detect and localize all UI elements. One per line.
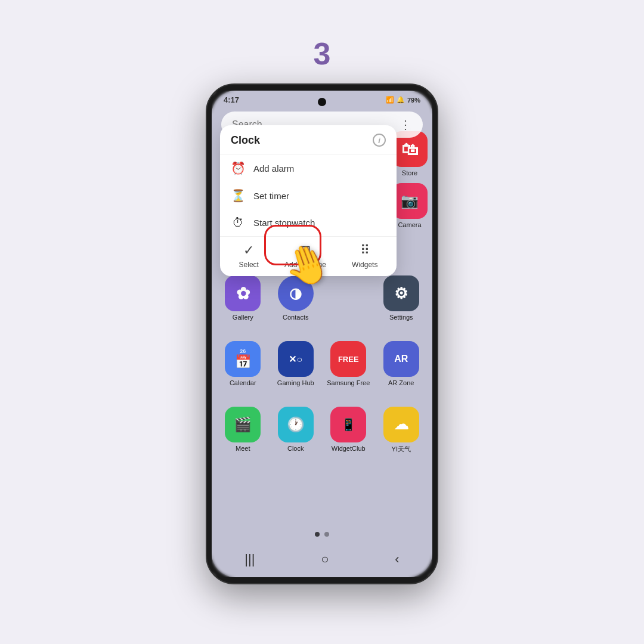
widgets-label: Widgets	[352, 261, 377, 269]
gallery-label: Gallery	[233, 314, 253, 321]
battery-text: 79%	[407, 97, 420, 104]
app-camera[interactable]: 📷 Camera	[392, 183, 428, 228]
app-settings[interactable]: ⚙ Settings	[376, 275, 427, 321]
app-gallery[interactable]: ✿ Gallery	[218, 275, 268, 321]
app-row-3: 26 📅 Calendar ✕○ Gaming Hub FREE Samsung…	[218, 341, 426, 386]
camera-label: Camera	[398, 221, 421, 228]
recent-apps-icon[interactable]: |||	[244, 552, 255, 567]
select-label: Select	[239, 261, 259, 269]
context-menu-title: Clock	[231, 134, 260, 147]
calendar-icon: 26 📅	[225, 341, 261, 377]
page-dots	[315, 532, 329, 537]
app-yi-weather[interactable]: ☁ YI天气	[376, 407, 427, 454]
app-clock[interactable]: 🕐 Clock	[271, 407, 321, 454]
yi-weather-icon: ☁	[383, 407, 419, 442]
app-widget-club[interactable]: 📱 WidgetClub	[323, 407, 374, 454]
clock-icon: 🕐	[278, 407, 314, 442]
select-icon: ✓	[243, 243, 254, 258]
context-title-row: Clock i	[220, 134, 397, 154]
meet-icon: 🎬	[225, 407, 261, 442]
gaming-hub-icon: ✕○	[278, 341, 314, 377]
gallery-icon: ✿	[225, 275, 261, 311]
status-time: 4:17	[224, 95, 239, 104]
alarm-menu-icon: ⏰	[231, 161, 245, 175]
home-icon[interactable]: ○	[321, 552, 329, 567]
app-samsung-free[interactable]: FREE Samsung Free	[323, 341, 374, 386]
phone-screen: 4:17 📶 🔔 79% Search ⋮ Clock i	[212, 91, 432, 577]
context-info-button[interactable]: i	[373, 134, 386, 147]
contacts-label: Contacts	[283, 314, 308, 321]
phone-wrapper: 4:17 📶 🔔 79% Search ⋮ Clock i	[206, 83, 438, 584]
samsung-free-icon: FREE	[330, 341, 366, 377]
app-calendar[interactable]: 26 📅 Calendar	[218, 341, 268, 386]
app-row-4: 🎬 Meet 🕐 Clock 📱 WidgetClub ☁ YI天气	[218, 407, 426, 454]
timer-label: Set timer	[253, 191, 289, 201]
camera-notch	[318, 98, 326, 106]
app-store[interactable]: 🛍 Store	[392, 131, 428, 177]
clock-label: Clock	[287, 445, 304, 452]
app-placeholder	[323, 275, 374, 321]
app-meet[interactable]: 🎬 Meet	[218, 407, 268, 454]
alarm-icon: 🔔	[397, 96, 405, 104]
context-item-alarm[interactable]: ⏰ Add alarm	[220, 154, 397, 182]
search-menu-icon[interactable]: ⋮	[400, 117, 412, 132]
yi-weather-label: YI天气	[392, 445, 411, 454]
phone-frame: 4:17 📶 🔔 79% Search ⋮ Clock i	[206, 83, 438, 584]
action-select[interactable]: ✓ Select	[239, 243, 259, 269]
settings-label: Settings	[389, 314, 413, 321]
status-icons: 📶 🔔 79%	[386, 96, 420, 104]
ar-zone-icon: AR	[383, 341, 419, 377]
ar-zone-label: AR Zone	[388, 379, 414, 386]
action-widgets[interactable]: ⠿ Widgets	[352, 243, 377, 269]
alarm-label: Add alarm	[253, 163, 294, 174]
samsung-free-label: Samsung Free	[327, 379, 370, 386]
nav-bar: ||| ○ ‹	[212, 541, 432, 577]
stopwatch-menu-icon: ⏱	[231, 216, 245, 230]
side-button[interactable]	[437, 192, 438, 228]
calendar-label: Calendar	[230, 379, 256, 386]
dot-1	[315, 532, 320, 537]
context-item-timer[interactable]: ⏳ Set timer	[220, 182, 397, 209]
gaming-hub-label: Gaming Hub	[277, 379, 314, 386]
app-ar-zone[interactable]: AR AR Zone	[376, 341, 427, 386]
store-label: Store	[402, 169, 417, 177]
dot-2	[324, 532, 329, 537]
widgets-icon: ⠿	[360, 243, 370, 258]
meet-label: Meet	[236, 445, 250, 452]
back-icon[interactable]: ‹	[395, 552, 399, 567]
step-number: 3	[314, 36, 331, 72]
camera-icon: 📷	[392, 183, 428, 219]
widget-club-label: WidgetClub	[332, 445, 366, 452]
wifi-icon: 📶	[386, 96, 394, 104]
widget-club-icon: 📱	[330, 407, 366, 442]
app-gaming-hub[interactable]: ✕○ Gaming Hub	[271, 341, 321, 386]
settings-icon: ⚙	[383, 275, 419, 311]
timer-menu-icon: ⏳	[231, 188, 245, 203]
